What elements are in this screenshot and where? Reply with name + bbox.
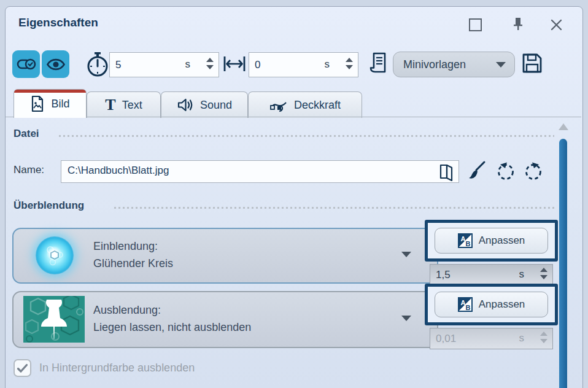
eye-icon	[46, 58, 66, 71]
rotate-ccw-icon	[495, 161, 517, 182]
background-fade-checkbox[interactable]	[14, 359, 31, 377]
fade-out-adjust-button[interactable]: A B Anpassen	[435, 292, 548, 317]
tab-label: Bild	[51, 98, 69, 111]
scrollbar-thumb[interactable]	[559, 139, 567, 388]
chevron-down-icon	[496, 62, 506, 68]
tab-label: Deckkraft	[294, 99, 341, 112]
close-button[interactable]	[548, 17, 564, 33]
fade-out-duration-unit: s	[519, 332, 525, 344]
tab-deckkraft[interactable]: Deckkraft	[248, 91, 362, 118]
image-icon	[30, 95, 45, 112]
fade-out-dropdown[interactable]: Ausblendung: Liegen lassen, nicht ausble…	[12, 291, 438, 348]
tab-sound[interactable]: Sound	[161, 91, 248, 118]
visibility-toggle-button[interactable]	[42, 50, 69, 78]
step-down-icon[interactable]	[206, 65, 214, 69]
svg-text:A: A	[460, 235, 465, 243]
script-button[interactable]	[366, 50, 389, 76]
fade-in-duration-input[interactable]	[430, 269, 552, 281]
display-duration-field[interactable]: s	[109, 52, 219, 77]
svg-text:A: A	[460, 299, 465, 306]
transition-span-field[interactable]: s	[249, 52, 358, 77]
fade-out-duration-stepper	[540, 332, 547, 343]
fade-in-value: Glühender Kreis	[93, 255, 173, 272]
section-title-datei: Datei	[14, 128, 39, 140]
templates-dropdown[interactable]: Minivorlagen	[393, 52, 515, 77]
tab-label: Sound	[200, 99, 232, 112]
active-tab-marker	[14, 90, 86, 93]
fade-out-duration-field: s	[430, 328, 553, 349]
display-duration-input[interactable]	[110, 59, 219, 71]
fade-in-adjust-highlight: A B Anpassen	[425, 220, 558, 262]
section-divider	[59, 135, 554, 137]
fade-in-duration-unit: s	[519, 268, 525, 281]
chevron-down-icon	[401, 316, 411, 321]
fade-out-thumbnail	[23, 296, 85, 343]
link-toggle-button[interactable]	[12, 50, 40, 78]
width-resize-icon	[223, 55, 246, 72]
fade-in-thumbnail	[36, 236, 74, 274]
tabbar-divider	[6, 117, 581, 117]
speaker-icon	[177, 98, 194, 112]
tab-label: Text	[122, 99, 142, 112]
transition-span-stepper[interactable]	[346, 58, 353, 69]
close-icon	[551, 19, 562, 31]
pin-icon	[513, 17, 524, 31]
step-down-icon	[540, 339, 547, 343]
edit-image-button[interactable]	[466, 160, 487, 182]
fade-out-adjust-highlight: A B Anpassen	[425, 284, 558, 325]
fade-in-label: Einblendung:	[93, 238, 158, 255]
tab-bild[interactable]: Bild	[14, 89, 87, 118]
step-down-icon[interactable]	[540, 275, 547, 279]
save-template-button[interactable]	[520, 52, 544, 75]
background-fade-checkbox-label: In Hintergrundfarbe ausblenden	[39, 362, 195, 374]
display-duration-unit: s	[185, 58, 191, 71]
fade-out-label: Ausblendung:	[93, 301, 161, 319]
svg-text:B: B	[465, 304, 470, 311]
text-icon: T	[105, 97, 115, 113]
display-duration-stepper[interactable]	[206, 58, 214, 69]
fade-out-duration-input	[430, 333, 552, 345]
section-divider	[114, 207, 554, 209]
scroll-up-icon[interactable]	[559, 123, 568, 130]
step-down-icon[interactable]	[346, 65, 353, 69]
templates-dropdown-label: Minivorlagen	[403, 58, 466, 71]
script-icon	[366, 50, 389, 76]
checkmark-icon	[17, 363, 28, 373]
rotate-cw-icon	[522, 161, 544, 182]
ab-adjust-icon: A B	[458, 233, 473, 248]
paintbrush-icon	[466, 160, 487, 182]
maximize-icon	[469, 18, 482, 31]
section-title-ueberblendung: Überblendung	[14, 200, 84, 212]
rotate-right-button[interactable]	[522, 161, 544, 182]
file-name-input[interactable]	[61, 161, 492, 177]
ab-adjust-icon: A B	[458, 297, 473, 312]
fade-in-duration-stepper[interactable]	[540, 268, 547, 279]
fade-in-adjust-button[interactable]: A B Anpassen	[435, 228, 548, 254]
maximize-button[interactable]	[467, 17, 483, 33]
pin-button[interactable]	[510, 16, 526, 32]
step-up-icon	[540, 332, 547, 336]
adjust-label: Anpassen	[479, 298, 525, 311]
stopwatch-icon	[86, 52, 109, 77]
save-icon	[520, 52, 544, 75]
rotate-left-button[interactable]	[495, 161, 517, 182]
fade-in-dropdown[interactable]: Einblendung: Glühender Kreis	[12, 228, 438, 284]
adjust-label: Anpassen	[479, 235, 525, 247]
transition-span-input[interactable]	[249, 59, 358, 71]
step-up-icon[interactable]	[346, 58, 353, 62]
fade-in-duration-field[interactable]: s	[430, 264, 553, 285]
name-label: Name:	[14, 164, 44, 176]
svg-text:B: B	[465, 240, 470, 247]
tab-text[interactable]: T Text	[87, 91, 161, 118]
transition-span-unit: s	[325, 58, 330, 71]
fade-out-value: Liegen lassen, nicht ausblenden	[93, 319, 251, 336]
file-name-field[interactable]	[61, 160, 459, 183]
open-file-icon[interactable]	[438, 163, 455, 181]
step-up-icon[interactable]	[206, 58, 214, 62]
properties-panel: Eigenschaften	[0, 0, 588, 388]
step-up-icon[interactable]	[540, 268, 547, 272]
chevron-down-icon	[401, 252, 411, 257]
opacity-curve-icon	[269, 97, 288, 113]
toggle-check-icon	[17, 57, 36, 72]
window-title: Eigenschaften	[18, 16, 98, 29]
